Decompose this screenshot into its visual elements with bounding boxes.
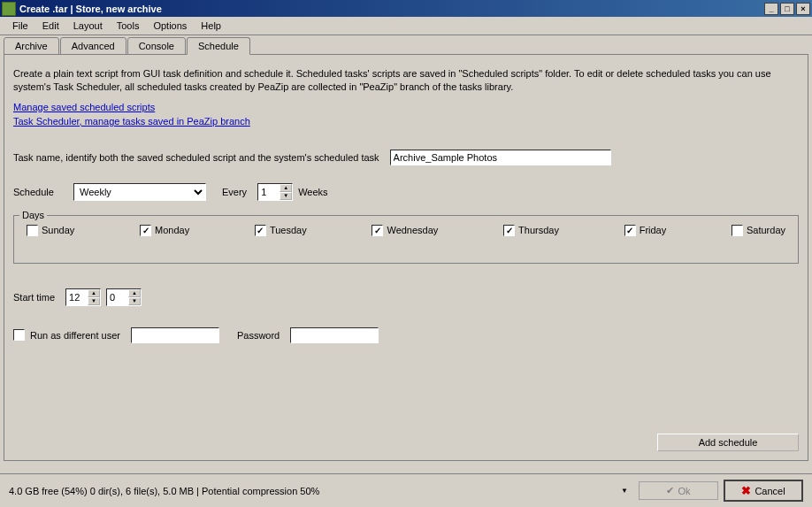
- minimize-button[interactable]: _: [764, 3, 778, 15]
- schedule-type-select[interactable]: Weekly: [73, 183, 206, 201]
- manage-scripts-link[interactable]: Manage saved scheduled scripts: [13, 102, 155, 112]
- menu-options[interactable]: Options: [146, 19, 194, 33]
- start-time-label: Start time: [13, 292, 55, 303]
- menu-layout[interactable]: Layout: [66, 19, 110, 33]
- window-title: Create .tar | Store, new archive: [19, 4, 764, 14]
- app-icon: [2, 2, 16, 16]
- tab-bar: Archive Advanced Console Schedule: [0, 35, 812, 55]
- tab-console[interactable]: Console: [127, 37, 186, 55]
- statusbar: 4.0 GB free (54%) 0 dir(s), 6 file(s), 5…: [0, 473, 812, 507]
- day-checkbox-friday[interactable]: ✓: [624, 225, 636, 236]
- day-item-wednesday: ✓Wednesday: [372, 225, 438, 236]
- close-button[interactable]: ×: [796, 3, 810, 15]
- minute-spinner[interactable]: ▲ ▼: [106, 288, 142, 306]
- ok-button[interactable]: ✔ Ok: [639, 481, 718, 500]
- cancel-button[interactable]: ✖ Cancel: [724, 480, 803, 502]
- menubar: File Edit Layout Tools Options Help: [0, 17, 812, 35]
- task-name-label: Task name, identify both the saved sched…: [13, 152, 379, 163]
- run-as-user-input[interactable]: [131, 327, 219, 343]
- day-label: Wednesday: [387, 225, 438, 235]
- days-legend: Days: [19, 210, 47, 220]
- tab-advanced[interactable]: Advanced: [60, 37, 126, 55]
- check-icon: ✔: [666, 485, 674, 496]
- day-item-thursday: ✓Thursday: [503, 225, 559, 236]
- schedule-label: Schedule: [13, 187, 63, 197]
- status-dropdown-icon[interactable]: ▼: [621, 487, 628, 495]
- run-as-user-label: Run as different user: [30, 330, 120, 341]
- password-input[interactable]: [290, 327, 379, 343]
- day-item-tuesday: ✓Tuesday: [255, 225, 307, 236]
- minute-input[interactable]: [107, 289, 128, 305]
- task-name-input[interactable]: [390, 150, 611, 165]
- day-item-saturday: Saturday: [732, 225, 785, 236]
- password-label: Password: [237, 330, 280, 341]
- hour-input[interactable]: [66, 289, 88, 305]
- every-label: Every: [222, 187, 247, 197]
- every-down[interactable]: ▼: [280, 192, 292, 200]
- day-item-friday: ✓Friday: [624, 225, 667, 236]
- schedule-panel: Create a plain text script from GUI task…: [4, 54, 808, 461]
- task-scheduler-link[interactable]: Task Scheduler, manage tasks saved in Pe…: [13, 116, 250, 127]
- weeks-label: Weeks: [298, 187, 327, 197]
- every-value[interactable]: [258, 184, 280, 200]
- day-label: Saturday: [747, 225, 785, 235]
- add-schedule-button[interactable]: Add schedule: [657, 434, 799, 451]
- days-fieldset: Days Sunday✓Monday✓Tuesday✓Wednesday✓Thu…: [13, 215, 799, 264]
- menu-file[interactable]: File: [5, 19, 35, 33]
- menu-tools[interactable]: Tools: [110, 19, 147, 33]
- day-checkbox-saturday[interactable]: [732, 225, 743, 236]
- every-up[interactable]: ▲: [280, 184, 292, 192]
- day-label: Friday: [640, 225, 667, 235]
- hour-spinner[interactable]: ▲ ▼: [65, 288, 101, 306]
- day-label: Tuesday: [270, 225, 307, 235]
- every-spinner[interactable]: ▲ ▼: [257, 183, 293, 201]
- day-checkbox-wednesday[interactable]: ✓: [372, 225, 383, 236]
- tab-archive[interactable]: Archive: [4, 37, 59, 55]
- maximize-button[interactable]: □: [780, 3, 794, 15]
- hour-up[interactable]: ▲: [88, 289, 100, 297]
- x-icon: ✖: [741, 484, 751, 497]
- hour-down[interactable]: ▼: [88, 297, 100, 305]
- day-checkbox-tuesday[interactable]: ✓: [255, 225, 266, 236]
- menu-help[interactable]: Help: [194, 19, 228, 33]
- menu-edit[interactable]: Edit: [35, 19, 66, 33]
- day-label: Sunday: [42, 225, 74, 235]
- description-text: Create a plain text script from GUI task…: [13, 67, 799, 95]
- titlebar: Create .tar | Store, new archive _ □ ×: [0, 0, 812, 17]
- day-checkbox-thursday[interactable]: ✓: [503, 225, 515, 236]
- tab-schedule[interactable]: Schedule: [187, 37, 250, 55]
- day-label: Thursday: [518, 225, 559, 235]
- minute-up[interactable]: ▲: [128, 289, 141, 297]
- day-checkbox-sunday[interactable]: [27, 225, 38, 236]
- day-checkbox-monday[interactable]: ✓: [140, 225, 151, 236]
- day-item-sunday: Sunday: [27, 225, 74, 236]
- run-as-user-checkbox[interactable]: [13, 329, 25, 341]
- status-text: 4.0 GB free (54%) 0 dir(s), 6 file(s), 5…: [9, 486, 319, 496]
- day-label: Monday: [155, 225, 189, 235]
- minute-down[interactable]: ▼: [128, 297, 141, 305]
- day-item-monday: ✓Monday: [140, 225, 189, 236]
